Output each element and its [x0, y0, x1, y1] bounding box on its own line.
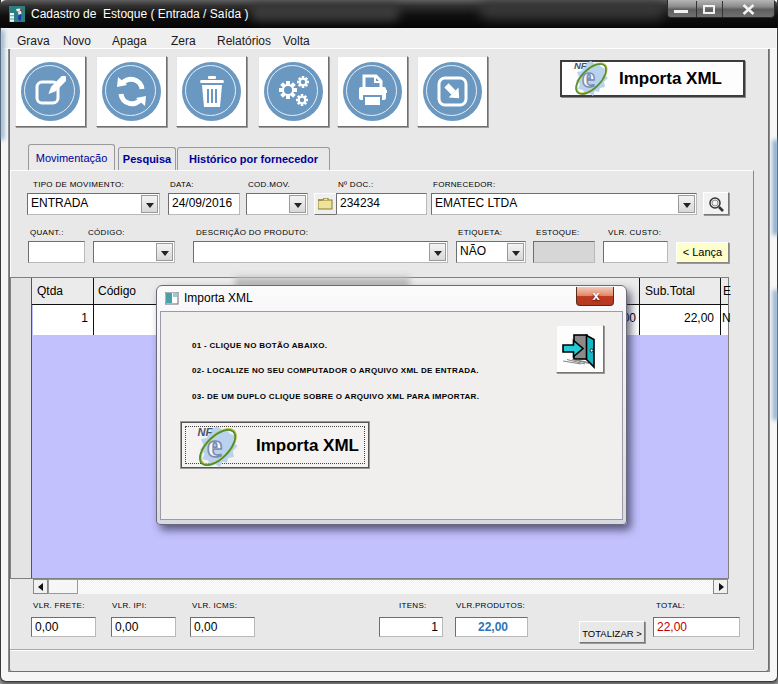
svg-text:NF: NF	[198, 426, 214, 438]
svg-text:NF: NF	[574, 60, 587, 71]
